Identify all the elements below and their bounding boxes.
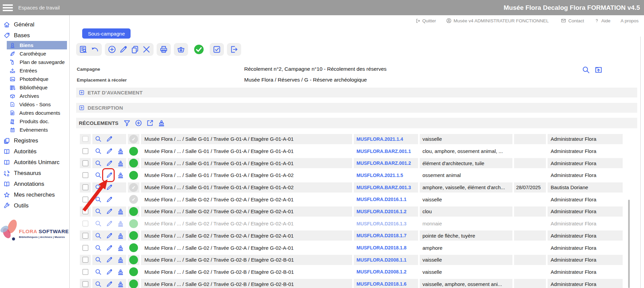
filter-icon[interactable] — [123, 119, 131, 127]
view-record-icon[interactable] — [95, 172, 102, 179]
record-id-link[interactable]: MUSFLORA.2021.1.5 — [356, 173, 403, 178]
tab-sous-campagne[interactable]: Sous-campagne — [82, 28, 131, 39]
sidebar-item-annotations[interactable]: Annotations — [0, 179, 69, 190]
search-icon[interactable] — [581, 65, 591, 74]
record-id-link[interactable]: MUSFLORA.D2016.1.2 — [356, 209, 407, 214]
sidebar-item-autres-documents[interactable]: Autres documents — [0, 109, 69, 117]
sidebar-item-entr-es[interactable]: Entrées — [0, 66, 69, 75]
stamp-record-icon[interactable] — [117, 172, 124, 179]
edit-record-icon[interactable] — [106, 160, 113, 167]
record-id-link[interactable]: MUSFLORA.D2016.1.1 — [356, 197, 407, 202]
stamp-record-icon[interactable] — [117, 220, 124, 227]
basket-button[interactable] — [176, 45, 186, 54]
sidebar-item-mes-recherches[interactable]: Mes recherches — [0, 190, 69, 200]
row-checkbox[interactable] — [83, 208, 88, 214]
sidebar-item-caroth-que[interactable]: Carothèque — [0, 49, 69, 58]
validate-button[interactable] — [194, 45, 204, 54]
record-id-link[interactable]: MUSFLORA.BARZ.001.3 — [356, 185, 411, 190]
view-record-icon[interactable] — [95, 232, 102, 239]
stamp-record-icon[interactable] — [117, 208, 124, 215]
print-button[interactable] — [159, 45, 168, 54]
row-checkbox[interactable] — [83, 172, 88, 178]
record-id-link[interactable]: MUSFLORA.D2018.1.8 — [356, 245, 407, 250]
workspace-label[interactable]: Espaces de travail — [18, 5, 60, 10]
record-id-link[interactable]: MUSFLORA.BARZ.001.2 — [356, 160, 411, 166]
current-user[interactable]: Musée v4 ADMINISTRATEUR FONCTIONNEL — [446, 18, 549, 23]
records-search-button[interactable] — [78, 45, 88, 54]
delete-button[interactable] — [142, 45, 151, 54]
stamp-record-icon[interactable] — [117, 244, 124, 251]
row-checkbox[interactable] — [83, 184, 88, 190]
about-link[interactable]: A propos — [621, 18, 639, 23]
record-id-link[interactable]: MUSFLORA.BARZ.001.1 — [356, 149, 411, 154]
row-checkbox[interactable] — [83, 160, 88, 166]
edit-record-icon[interactable] — [106, 256, 113, 263]
section-etat-avancement[interactable]: ETAT D'AVANCEMENT — [76, 88, 637, 97]
sidebar-item-registres[interactable]: Registres — [0, 135, 69, 146]
contact-link[interactable]: Contact — [561, 18, 584, 23]
stamp-record-icon[interactable] — [117, 281, 124, 288]
view-record-icon[interactable] — [95, 256, 102, 263]
sidebar-item-produits-doc-[interactable]: Produits doc. — [0, 117, 69, 126]
add-circle-icon[interactable] — [134, 119, 142, 127]
sidebar-item-g-n-ral[interactable]: Général — [0, 19, 69, 30]
edit-record-icon[interactable] — [106, 196, 113, 203]
sidebar-item-ev-nements[interactable]: Evènements — [0, 126, 69, 134]
view-record-icon[interactable] — [95, 196, 102, 203]
hamburger-menu-icon[interactable] — [3, 4, 13, 11]
stamp-record-icon[interactable] — [117, 232, 124, 239]
record-id-link[interactable]: MUSFLORA.D2008.1.1 — [356, 257, 407, 263]
sidebar-item-biens[interactable]: Biens — [7, 41, 67, 49]
sidebar-item-outils[interactable]: Outils — [0, 200, 69, 211]
record-id-link[interactable]: MUSFLORA.D2018.1.7 — [356, 233, 407, 238]
expand-icon[interactable] — [79, 105, 85, 111]
copy-button[interactable] — [130, 45, 140, 54]
edit-record-icon[interactable] — [106, 244, 113, 251]
edit-record-icon[interactable] — [106, 172, 113, 179]
view-record-icon[interactable] — [95, 135, 102, 142]
sidebar-item-biblioth-que[interactable]: Bibliothèque — [0, 83, 69, 92]
quit-link[interactable]: Quitter — [415, 18, 436, 23]
sidebar-item-plan-de-sauvegarde[interactable]: Plan de sauvegarde — [0, 58, 69, 66]
view-record-icon[interactable] — [95, 160, 102, 167]
record-id-link[interactable]: MUSFLORA.2021.1.4 — [356, 136, 403, 142]
sidebar-item-vid-os-sons[interactable]: Vidéos - Sons — [0, 100, 69, 109]
stamp-record-icon[interactable] — [117, 160, 124, 167]
edit-record-icon[interactable] — [106, 148, 113, 155]
stamp-record-icon[interactable] — [117, 268, 124, 275]
view-record-icon[interactable] — [95, 184, 102, 191]
row-checkbox[interactable] — [83, 233, 88, 239]
sidebar-item-autorit-s[interactable]: Autorités — [0, 146, 69, 157]
sidebar-item-archives[interactable]: Archives — [0, 92, 69, 100]
record-id-link[interactable]: MUSFLORA.D2008.1.2 — [356, 269, 407, 274]
help-link[interactable]: Aide — [594, 18, 611, 23]
row-checkbox[interactable] — [83, 257, 88, 263]
export-button[interactable] — [229, 45, 239, 54]
stamp-record-icon[interactable] — [117, 148, 124, 155]
view-record-icon[interactable] — [95, 148, 102, 155]
edit-record-icon[interactable] — [106, 281, 113, 288]
sidebar-item-phototh-que[interactable]: Photothèque — [0, 75, 69, 83]
record-id-link[interactable]: MUSFLORA.D2016.1.3 — [356, 221, 407, 226]
stamp-icon[interactable] — [157, 119, 165, 127]
view-record-icon[interactable] — [95, 244, 102, 251]
view-record-icon[interactable] — [95, 208, 102, 215]
row-checkbox[interactable] — [83, 197, 88, 202]
row-checkbox[interactable] — [83, 148, 88, 154]
row-checkbox[interactable] — [83, 245, 88, 251]
section-description[interactable]: DESCRIPTION — [76, 103, 637, 113]
edit-record-icon[interactable] — [106, 232, 113, 239]
edit-record-icon[interactable] — [106, 184, 113, 191]
open-window-icon[interactable] — [146, 119, 154, 127]
edit-button[interactable] — [119, 45, 128, 54]
edit-record-icon[interactable] — [106, 268, 113, 275]
view-record-icon[interactable] — [95, 268, 102, 275]
view-record-icon[interactable] — [95, 281, 102, 288]
open-window-icon[interactable] — [594, 65, 603, 74]
table-scrollbar[interactable] — [628, 200, 630, 288]
edit-record-icon[interactable] — [106, 135, 113, 142]
row-checkbox[interactable] — [83, 136, 88, 142]
expand-icon[interactable] — [79, 90, 85, 95]
row-checkbox[interactable] — [83, 269, 88, 275]
undo-button[interactable] — [90, 45, 99, 54]
